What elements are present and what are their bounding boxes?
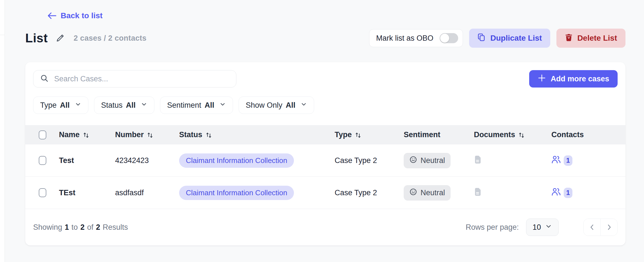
column-header-status[interactable]: Status bbox=[179, 130, 335, 139]
filter-value: All bbox=[60, 101, 70, 110]
column-label: Type bbox=[335, 130, 352, 139]
cell-name: Test bbox=[59, 156, 115, 165]
cell-type: Case Type 2 bbox=[335, 189, 404, 197]
status-badge: Claimant Information Collection bbox=[179, 186, 294, 200]
page-title: List bbox=[25, 31, 48, 45]
pagination-controls: Rows per page: 10 bbox=[466, 219, 618, 236]
neutral-face-icon bbox=[409, 188, 417, 198]
cell-number: 42342423 bbox=[115, 156, 179, 165]
obo-box: Mark list as OBO bbox=[369, 29, 463, 47]
showing-text: to bbox=[72, 223, 78, 232]
filter-show-only[interactable]: Show Only All bbox=[239, 96, 314, 114]
filter-type[interactable]: Type All bbox=[33, 96, 88, 114]
filter-value: All bbox=[126, 101, 136, 110]
back-to-list-label: Back to list bbox=[61, 11, 102, 20]
obo-label: Mark list as OBO bbox=[376, 34, 433, 43]
sort-icon bbox=[355, 132, 361, 138]
showing-to: 2 bbox=[80, 223, 85, 232]
column-header-documents[interactable]: Documents bbox=[474, 130, 551, 139]
table-row[interactable]: TEst asdfasdf Claimant Information Colle… bbox=[25, 177, 625, 209]
file-icon bbox=[474, 155, 482, 166]
column-label: Documents bbox=[474, 130, 515, 139]
contacts-count-badge: 1 bbox=[564, 155, 572, 166]
select-all-checkbox[interactable] bbox=[39, 130, 46, 139]
rows-per-page-select[interactable]: 10 bbox=[526, 219, 559, 236]
back-to-list-link[interactable]: Back to list bbox=[47, 11, 102, 20]
contacts-count-badge: 1 bbox=[564, 188, 572, 198]
delete-list-label: Delete List bbox=[577, 34, 617, 43]
column-label: Name bbox=[59, 130, 80, 139]
sentiment-badge: Neutral bbox=[404, 153, 451, 168]
obo-toggle[interactable] bbox=[440, 33, 458, 43]
cases-table: Name Number Status Type Sentiment bbox=[25, 125, 625, 209]
add-more-cases-button[interactable]: Add more cases bbox=[529, 70, 618, 88]
showing-from: 1 bbox=[65, 223, 69, 232]
table-row[interactable]: Test 42342423 Claimant Information Colle… bbox=[25, 144, 625, 177]
next-page-button[interactable] bbox=[600, 219, 617, 236]
sort-icon bbox=[206, 132, 212, 138]
column-header-type[interactable]: Type bbox=[335, 130, 404, 139]
users-icon bbox=[551, 187, 561, 198]
file-icon bbox=[474, 187, 482, 199]
duplicate-list-label: Duplicate List bbox=[490, 34, 542, 43]
cases-card: Add more cases Type All Status All Senti… bbox=[25, 62, 625, 245]
column-header-name[interactable]: Name bbox=[59, 130, 115, 139]
sort-icon bbox=[83, 132, 89, 138]
previous-page-button[interactable] bbox=[584, 219, 600, 236]
rows-per-page-label: Rows per page: bbox=[466, 223, 519, 232]
duplicate-list-button[interactable]: Duplicate List bbox=[469, 29, 551, 48]
column-label: Status bbox=[179, 130, 202, 139]
title-row: List 2 cases / 2 contacts Mark list as O… bbox=[25, 29, 625, 48]
column-label: Number bbox=[115, 130, 144, 139]
sentiment-label: Neutral bbox=[421, 189, 445, 197]
cell-type: Case Type 2 bbox=[335, 156, 404, 165]
showing-text: Showing bbox=[33, 223, 62, 232]
users-icon bbox=[551, 155, 561, 166]
column-header-number[interactable]: Number bbox=[115, 130, 179, 139]
status-badge: Claimant Information Collection bbox=[179, 153, 294, 168]
copy-icon bbox=[478, 33, 486, 44]
cell-contacts[interactable]: 1 bbox=[551, 155, 625, 166]
sentiment-badge: Neutral bbox=[404, 185, 451, 201]
filter-label: Sentiment bbox=[167, 101, 201, 110]
filters-row: Type All Status All Sentiment All Show O… bbox=[25, 96, 625, 114]
row-checkbox[interactable] bbox=[39, 156, 46, 165]
column-label: Sentiment bbox=[404, 130, 440, 139]
filter-sentiment[interactable]: Sentiment All bbox=[160, 96, 233, 114]
plus-icon bbox=[538, 74, 546, 84]
table-header-row: Name Number Status Type Sentiment bbox=[25, 125, 625, 144]
title-actions: Mark list as OBO Duplicate List bbox=[369, 29, 625, 48]
trash-icon bbox=[565, 33, 573, 43]
filter-label: Show Only bbox=[246, 101, 282, 110]
sentiment-label: Neutral bbox=[421, 156, 445, 165]
add-more-cases-label: Add more cases bbox=[551, 75, 609, 83]
cell-contacts[interactable]: 1 bbox=[551, 187, 625, 198]
row-checkbox[interactable] bbox=[39, 188, 46, 197]
edit-pencil-icon[interactable] bbox=[55, 33, 65, 43]
chevron-down-icon bbox=[218, 101, 226, 110]
search-box bbox=[33, 70, 236, 88]
arrow-left-icon bbox=[47, 12, 57, 20]
search-cases-input[interactable] bbox=[54, 75, 229, 83]
sort-icon bbox=[519, 132, 525, 138]
chevron-down-icon bbox=[139, 101, 147, 110]
cell-documents[interactable] bbox=[474, 155, 551, 166]
chevron-down-icon bbox=[73, 101, 81, 110]
filter-status[interactable]: Status All bbox=[94, 96, 154, 114]
chevron-down-icon bbox=[299, 101, 307, 110]
results-summary: Showing 1 to 2 of 2 Results bbox=[33, 223, 128, 232]
filter-value: All bbox=[205, 101, 214, 110]
filter-label: Status bbox=[101, 101, 123, 110]
showing-text: Results bbox=[103, 223, 128, 232]
neutral-face-icon bbox=[409, 156, 417, 166]
search-row: Add more cases bbox=[25, 62, 625, 88]
cell-name: TEst bbox=[59, 189, 115, 197]
delete-list-button[interactable]: Delete List bbox=[556, 29, 625, 48]
column-header-contacts: Contacts bbox=[551, 130, 625, 139]
column-header-sentiment: Sentiment bbox=[404, 130, 474, 139]
column-label: Contacts bbox=[551, 130, 584, 139]
search-icon bbox=[40, 74, 49, 84]
sort-icon bbox=[147, 132, 153, 138]
filter-value: All bbox=[286, 101, 296, 110]
cell-documents[interactable] bbox=[474, 187, 551, 199]
